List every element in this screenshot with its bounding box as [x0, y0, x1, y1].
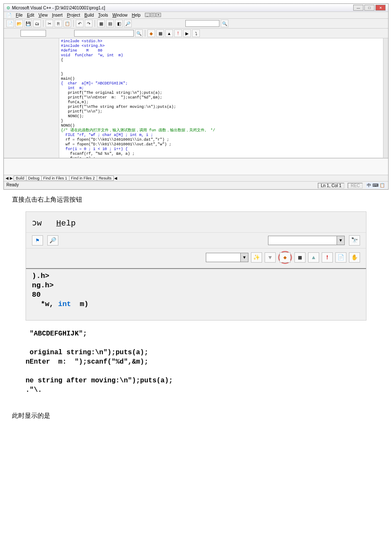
- file-icon: 📄: [6, 13, 12, 17]
- execute-icon-zoom[interactable]: !: [322, 252, 333, 263]
- step-icon-zoom[interactable]: ✋: [349, 252, 360, 263]
- wizard-icon[interactable]: ✨: [251, 252, 262, 263]
- zoom2-l3: nEnter m: ");scanf("%d",&m);: [26, 358, 148, 366]
- compile-icon[interactable]: ◆: [147, 29, 155, 37]
- copy-icon[interactable]: ⎘: [55, 20, 62, 27]
- close-button[interactable]: ✕: [375, 5, 386, 11]
- status-ready: Ready: [6, 182, 19, 188]
- caption-2: 此时显示的是: [12, 412, 380, 420]
- menu-build[interactable]: Build: [84, 13, 94, 17]
- code-frag-4: *w, int m): [32, 300, 360, 309]
- window-title: Microsoft Visual C++ - [D:\k01\24010001\…: [12, 6, 105, 10]
- workspace-icon[interactable]: ▦: [97, 20, 105, 27]
- menu-view[interactable]: View: [38, 13, 48, 17]
- binoculars-icon[interactable]: 🔭: [349, 235, 360, 246]
- menu-window[interactable]: Window: [112, 13, 128, 17]
- menu-window-frag[interactable]: ɔw: [32, 219, 42, 228]
- code-frag-3: 80: [32, 290, 360, 300]
- mdi-restore-button[interactable]: □: [150, 13, 156, 17]
- find-combo-zoom[interactable]: ▼: [268, 236, 345, 245]
- compile-icon-zoom[interactable]: ◆: [280, 252, 291, 263]
- undo-icon[interactable]: ↶: [76, 20, 84, 27]
- cut-icon[interactable]: ✂: [46, 20, 53, 27]
- ime-indicator[interactable]: 中 ⌨ 📋: [366, 182, 386, 188]
- vertical-scrollbar[interactable]: [383, 38, 388, 158]
- zoom-toolbar-row2: ▼ ✨ ▼ ◆ ▦ ▲ ! 📄 ✋: [26, 249, 366, 269]
- app-icon: ⚙: [6, 6, 10, 10]
- member-combo-zoom[interactable]: ▼: [206, 253, 248, 262]
- minimize-button[interactable]: —: [353, 5, 363, 11]
- highlight-circle: ◆: [278, 251, 292, 264]
- vcpp-ide-screenshot: ⚙ Microsoft Visual C++ - [D:\k01\2401000…: [3, 3, 389, 190]
- stop-build-icon-zoom[interactable]: ▲: [308, 252, 319, 263]
- save-icon[interactable]: 💾: [24, 20, 32, 27]
- tab-results[interactable]: Results: [97, 176, 114, 181]
- menu-help-frag[interactable]: Help: [56, 219, 76, 228]
- menu-insert[interactable]: Insert: [52, 13, 63, 17]
- find-combo[interactable]: [185, 20, 219, 27]
- title-bar: ⚙ Microsoft Visual C++ - [D:\k01\2401000…: [4, 4, 388, 12]
- tab-debug[interactable]: Debug: [26, 176, 42, 181]
- menu-edit[interactable]: Edit: [27, 13, 34, 17]
- workspace-pane[interactable]: [4, 38, 59, 158]
- mdi-min-button[interactable]: _: [145, 13, 150, 17]
- find-in-files-icon-2[interactable]: 🔎: [47, 235, 58, 246]
- zoom-menu-fragment: ɔw Help: [26, 216, 366, 230]
- menu-project[interactable]: Project: [67, 13, 80, 17]
- build-icon-zoom[interactable]: ▦: [294, 252, 306, 263]
- maximize-button[interactable]: □: [364, 5, 375, 11]
- zoom-toolbar-row1: ⚑ 🔎 ▼ 🔭: [26, 232, 366, 249]
- step-icon[interactable]: ⤵: [192, 29, 200, 37]
- code-editor[interactable]: #include <stdio.h> #include <string.h> #…: [59, 38, 388, 158]
- save-all-icon[interactable]: 🗂: [33, 20, 41, 27]
- new-file-icon[interactable]: 📄: [6, 20, 14, 27]
- main-area: #include <stdio.h> #include <string.h> #…: [4, 38, 388, 158]
- zoom2-l2: original string:\n");puts(a);: [26, 349, 148, 356]
- window-controls: — □ ✕: [353, 5, 386, 11]
- search-icon[interactable]: 🔍: [135, 29, 143, 37]
- status-position: Ln 1, Col 1: [318, 183, 344, 188]
- bookmark-icon[interactable]: ⚑: [32, 235, 43, 246]
- execute-icon[interactable]: !: [174, 29, 182, 37]
- standard-toolbar: 📄 📂 💾 🗂 ✂ ⎘ 📋 ↶ ↷ ▦ ▤ ◧ 🔎 🔍: [4, 19, 388, 29]
- arrow-down-icon: ▼: [265, 252, 276, 263]
- zoom-code-fragment: ).h> ng.h> 80 *w, int m): [26, 269, 366, 312]
- code-frag-1: ).h>: [32, 272, 360, 281]
- paste-icon[interactable]: 📋: [63, 20, 71, 27]
- find-icon[interactable]: 🔍: [221, 20, 228, 27]
- zoom2-l5: ."\.: [26, 386, 42, 394]
- menu-file[interactable]: File: [16, 13, 23, 17]
- tab-find1[interactable]: Find in Files 1: [41, 176, 69, 181]
- member-combo[interactable]: [74, 30, 134, 37]
- menu-tools[interactable]: Tools: [98, 13, 108, 17]
- caption-1: 直接点击右上角运营按钮: [12, 196, 380, 204]
- zoom2-l4: ne string after moving:\n");puts(a);: [26, 377, 173, 384]
- tab-build[interactable]: Build: [14, 176, 26, 181]
- status-bar: Ready Ln 1, Col 1 REC 中 ⌨ 📋: [4, 181, 388, 189]
- menu-help[interactable]: Help: [132, 13, 141, 17]
- redo-icon[interactable]: ↷: [85, 20, 92, 27]
- go-icon[interactable]: ▶: [183, 29, 191, 37]
- zoom-code-crop: "ABCDEFGHIJK"; original string:\n");puts…: [26, 329, 366, 395]
- stop-build-icon[interactable]: ▲: [165, 29, 173, 37]
- mdi-close-button[interactable]: ×: [156, 13, 161, 17]
- menu-bar: 📄 File Edit View Insert Project Build To…: [4, 12, 388, 19]
- output-tabs: ◀ ▶ BuildDebugFind in Files 1Find in Fil…: [4, 175, 388, 181]
- tab-find2[interactable]: Find in Files 2: [69, 176, 97, 181]
- zoom2-l1: "ABCDEFGHIJK";: [26, 330, 87, 338]
- output-icon[interactable]: ▤: [106, 20, 114, 27]
- build-toolbar: 🔍 ◆ ▦ ▲ ! ▶ ⤵: [4, 29, 388, 38]
- zoom-toolbar-crop: ɔw Help ⚑ 🔎 ▼ 🔭 ▼ ✨ ▼ ◆ ▦ ▲ ! 📄 ✋ ).h> n…: [26, 211, 366, 321]
- status-rec: REC: [348, 183, 363, 188]
- go-icon-zoom[interactable]: 📄: [335, 252, 346, 263]
- window-list-icon[interactable]: ◧: [115, 20, 123, 27]
- build-icon[interactable]: ▦: [156, 29, 164, 37]
- class-combo[interactable]: [20, 30, 46, 37]
- find-in-files-icon[interactable]: 🔎: [124, 20, 132, 27]
- open-icon[interactable]: 📂: [15, 20, 23, 27]
- output-pane[interactable]: [4, 158, 388, 175]
- code-frag-2: ng.h>: [32, 281, 360, 290]
